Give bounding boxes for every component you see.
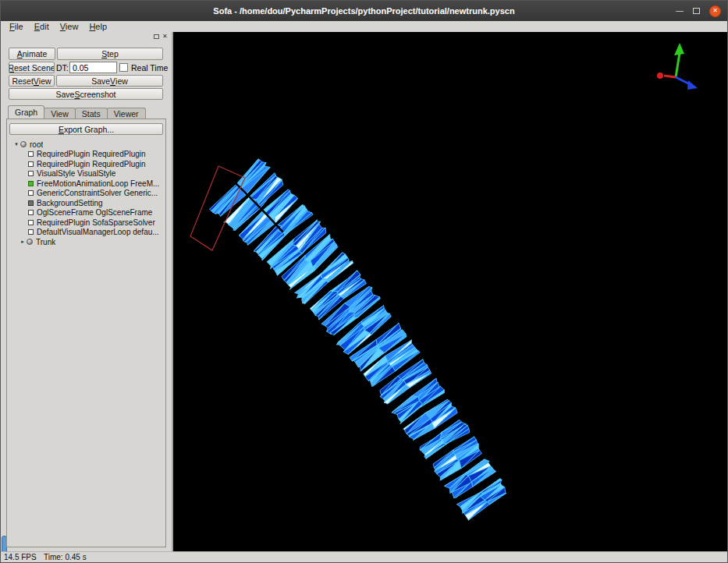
- tree-item-label: OglSceneFrame OglSceneFrame: [37, 208, 152, 217]
- tree-item-requiredplugin[interactable]: RequiredPlugin RequiredPlugin: [8, 150, 165, 160]
- checkbox-icon[interactable]: [28, 161, 34, 167]
- x-axis-tip: [657, 73, 663, 79]
- tree-item-visualstyle[interactable]: VisualStyle VisualStyle: [8, 169, 165, 179]
- menu-edit[interactable]: Edit: [29, 21, 55, 32]
- checkbox-icon[interactable]: [28, 171, 34, 176]
- viewport-overlay: [173, 32, 728, 553]
- real-time-label: Real Time: [131, 63, 168, 73]
- animate-button[interactable]: Animate: [9, 48, 55, 60]
- dt-label: DT:: [56, 63, 69, 73]
- tab-viewer[interactable]: Viewer: [107, 108, 146, 119]
- tree-item-genericconstraintsolver[interactable]: GenericConstraintSolver Generic...: [8, 189, 165, 199]
- tree-item-label: Trunk: [36, 238, 55, 246]
- dark-box-icon[interactable]: [28, 200, 34, 206]
- fps-indicator: 14.5 FPS: [4, 553, 37, 561]
- x-axis-arrow: [664, 76, 676, 77]
- statusbar: 14.5 FPS Time: 0.45 s: [1, 551, 728, 562]
- checkbox-icon[interactable]: [28, 229, 34, 235]
- axis-gizmo: [654, 41, 708, 96]
- y-axis-arrowhead: [674, 43, 684, 55]
- y-axis-arrow: [676, 53, 680, 77]
- titlebar: Sofa - /home/dou/PycharmProjects/pythonP…: [1, 1, 727, 21]
- real-time-checkbox[interactable]: [119, 63, 128, 72]
- window-title: Sofa - /home/dou/PycharmProjects/pythonP…: [213, 6, 514, 16]
- save-view-button[interactable]: Save View: [56, 75, 163, 87]
- dock-controls: ✕: [154, 34, 168, 40]
- reset-scene-button[interactable]: Reset Scene: [9, 62, 55, 73]
- tab-view[interactable]: View: [44, 108, 76, 119]
- selection-box: [190, 166, 245, 250]
- scene-graph-tree: ▾rootRequiredPlugin RequiredPluginRequir…: [8, 140, 165, 546]
- checkbox-icon[interactable]: [28, 220, 34, 225]
- z-axis-arrowhead: [687, 80, 698, 90]
- graph-panel: Export Graph... ▾rootRequiredPlugin Requ…: [6, 119, 166, 547]
- menu-file[interactable]: File: [4, 21, 29, 32]
- sim-time-indicator: Time: 0.45 s: [44, 553, 87, 561]
- window-controls: — ✕: [676, 1, 721, 21]
- green-box-icon[interactable]: [28, 181, 34, 186]
- tree-item-label: DefaultVisualManagerLoop defau...: [37, 228, 159, 236]
- collapse-icon[interactable]: ▾: [12, 141, 20, 147]
- menu-view[interactable]: View: [55, 21, 84, 32]
- export-graph-button[interactable]: Export Graph...: [9, 123, 163, 135]
- step-button[interactable]: Step: [57, 48, 163, 60]
- tree-item-oglsceneframe[interactable]: OglSceneFrame OglSceneFrame: [8, 208, 165, 218]
- panel-tabbar: GraphViewStatsViewer: [8, 105, 145, 119]
- 3d-viewport[interactable]: [173, 32, 728, 553]
- checkbox-icon[interactable]: [28, 151, 34, 157]
- close-button[interactable]: ✕: [709, 5, 721, 17]
- tab-stats[interactable]: Stats: [75, 108, 108, 119]
- tree-item-label: root: [30, 140, 43, 149]
- tree-item-label: VisualStyle VisualStyle: [37, 169, 115, 178]
- checkbox-icon[interactable]: [28, 210, 34, 215]
- tree-item-backgroundsetting[interactable]: BackgroundSetting: [8, 198, 165, 208]
- tree-item-requiredplugin[interactable]: RequiredPlugin RequiredPlugin: [8, 159, 165, 169]
- tree-item-trunk[interactable]: ▸Trunk: [8, 237, 165, 247]
- tree-item-requiredplugin[interactable]: RequiredPlugin SofaSparseSolver: [8, 218, 165, 228]
- dt-input[interactable]: [69, 62, 117, 73]
- tree-item-label: RequiredPlugin SofaSparseSolver: [37, 218, 155, 227]
- tree-item-label: RequiredPlugin RequiredPlugin: [37, 160, 146, 168]
- minimize-button[interactable]: —: [676, 7, 684, 15]
- save-screenshot-button[interactable]: Save Screenshot: [9, 88, 163, 100]
- tree-item-label: RequiredPlugin RequiredPlugin: [37, 150, 146, 158]
- tree-item-label: FreeMotionAnimationLoop FreeM...: [37, 179, 159, 188]
- checkbox-icon[interactable]: [28, 190, 34, 196]
- tree-item-label: BackgroundSetting: [37, 199, 103, 207]
- tree-item-root[interactable]: ▾root: [8, 140, 165, 150]
- tab-graph[interactable]: Graph: [8, 105, 44, 119]
- maximize-button[interactable]: [693, 8, 700, 14]
- dock-float-icon[interactable]: [154, 34, 159, 39]
- reset-view-button[interactable]: Reset View: [9, 75, 55, 87]
- tree-item-freemotionanimationloop[interactable]: FreeMotionAnimationLoop FreeM...: [8, 179, 165, 189]
- menu-help[interactable]: Help: [83, 21, 112, 32]
- menubar: FileEditViewHelp: [1, 21, 727, 32]
- tree-item-label: GenericConstraintSolver Generic...: [37, 189, 158, 197]
- tree-item-defaultvisualmanagerloop[interactable]: DefaultVisualManagerLoop defau...: [8, 228, 165, 238]
- dock-close-icon[interactable]: ✕: [162, 34, 168, 40]
- z-axis-arrow: [676, 77, 690, 84]
- main-content: ✕ Animate Step Reset Scene DT: Real Time…: [1, 32, 728, 553]
- node-icon: [20, 141, 27, 147]
- node-icon: [27, 239, 33, 245]
- expand-icon[interactable]: ▸: [19, 239, 27, 245]
